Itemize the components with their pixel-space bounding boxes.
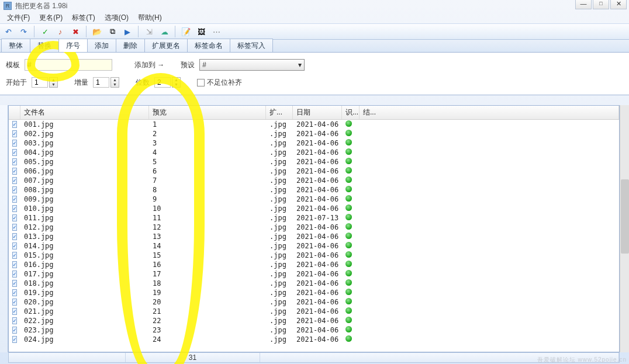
inc-input[interactable] xyxy=(93,77,109,88)
scrollbar-thumb[interactable] xyxy=(621,179,629,254)
header-filename[interactable]: 文件名 xyxy=(20,106,149,119)
table-row[interactable]: ✓013.jpg13.jpg2021-04-06 xyxy=(9,232,619,241)
row-check[interactable]: ✓ xyxy=(9,336,20,343)
table-row[interactable]: ✓004.jpg4.jpg2021-04-06 xyxy=(9,148,619,157)
table-row[interactable]: ✓018.jpg18.jpg2021-04-06 xyxy=(9,279,619,288)
check-icon[interactable]: ✓ xyxy=(39,26,51,37)
start-stepper[interactable]: ▲▼ xyxy=(49,77,58,88)
vertical-scrollbar[interactable] xyxy=(620,105,629,352)
table-row[interactable]: ✓024.jpg24.jpg2021-04-06 xyxy=(9,335,619,344)
play-icon[interactable]: ▶ xyxy=(122,26,133,37)
table-row[interactable]: ✓003.jpg3.jpg2021-04-06 xyxy=(9,138,619,148)
check-icon: ✓ xyxy=(12,327,17,334)
row-check[interactable]: ✓ xyxy=(9,224,20,231)
header-ext[interactable]: 扩... xyxy=(266,106,293,119)
notes-icon[interactable]: 📝 xyxy=(180,26,192,37)
table-row[interactable]: ✓001.jpg1.jpg2021-04-06 xyxy=(9,120,619,129)
menu-options[interactable]: 选项(O) xyxy=(100,12,133,24)
menu-help[interactable]: 帮助(H) xyxy=(133,12,167,24)
table-row[interactable]: ✓010.jpg10.jpg2021-04-06 xyxy=(9,204,619,213)
table-row[interactable]: ✓009.jpg9.jpg2021-04-06 xyxy=(9,195,619,204)
tab-add[interactable]: 添加 xyxy=(87,39,116,52)
row-check[interactable]: ✓ xyxy=(9,168,20,175)
x-icon[interactable]: ✖ xyxy=(70,26,81,37)
table-row[interactable]: ✓002.jpg2.jpg2021-04-06 xyxy=(9,129,619,138)
table-row[interactable]: ✓017.jpg17.jpg2021-04-06 xyxy=(9,269,619,279)
menu-file[interactable]: 文件(F) xyxy=(2,12,34,24)
tab-extension[interactable]: 扩展更名 xyxy=(144,39,188,52)
tab-sequence[interactable]: 序号 xyxy=(58,39,88,52)
start-input[interactable] xyxy=(32,77,48,88)
digits-input[interactable] xyxy=(154,77,171,88)
row-check[interactable]: ✓ xyxy=(9,289,20,296)
header-recognize[interactable]: 识... xyxy=(342,106,360,119)
row-ext: .jpg xyxy=(266,307,293,316)
row-check[interactable]: ✓ xyxy=(9,196,20,203)
row-check[interactable]: ✓ xyxy=(9,233,20,240)
row-check[interactable]: ✓ xyxy=(9,121,20,128)
image-icon[interactable]: 🖼 xyxy=(195,26,207,37)
open-icon[interactable]: 📂 xyxy=(91,26,103,37)
header-check[interactable] xyxy=(9,106,20,119)
table-row[interactable]: ✓023.jpg23.jpg2021-04-06 xyxy=(9,325,619,335)
row-check[interactable]: ✓ xyxy=(9,271,20,278)
row-check[interactable]: ✓ xyxy=(9,317,20,324)
table-row[interactable]: ✓007.jpg7.jpg2021-04-06 xyxy=(9,176,619,185)
header-result[interactable]: 结... xyxy=(360,106,619,119)
row-check[interactable]: ✓ xyxy=(9,308,20,315)
ext-icon[interactable]: ⇲ xyxy=(143,26,155,37)
row-check[interactable]: ✓ xyxy=(9,186,20,193)
redo-icon[interactable]: ↷ xyxy=(18,26,29,37)
table-row[interactable]: ✓022.jpg22.jpg2021-04-06 xyxy=(9,316,619,325)
table-row[interactable]: ✓011.jpg11.jpg2021-07-13 xyxy=(9,213,619,223)
minimize-button[interactable]: — xyxy=(575,0,592,9)
row-check[interactable]: ✓ xyxy=(9,130,20,137)
table-row[interactable]: ✓005.jpg5.jpg2021-04-06 xyxy=(9,157,619,167)
inc-stepper[interactable]: ▲▼ xyxy=(110,77,119,88)
row-check[interactable]: ✓ xyxy=(9,140,20,147)
toolbar: ↶ ↷ ✓ ♪ ✖ 📂 ⧉ ▶ ⇲ ☁ 📝 🖼 ⋯ xyxy=(0,23,629,40)
tab-whole[interactable]: 整体 xyxy=(1,39,30,52)
header-preview[interactable]: 预览 xyxy=(149,106,266,119)
table-row[interactable]: ✓012.jpg12.jpg2021-04-06 xyxy=(9,223,619,232)
row-status xyxy=(342,167,360,175)
menu-rename[interactable]: 更名(P) xyxy=(34,12,67,24)
row-check[interactable]: ✓ xyxy=(9,327,20,334)
template-input[interactable] xyxy=(25,59,112,71)
note-icon[interactable]: ♪ xyxy=(54,26,66,37)
table-row[interactable]: ✓008.jpg8.jpg2021-04-06 xyxy=(9,185,619,195)
close-button[interactable]: ✕ xyxy=(610,0,627,9)
row-check[interactable]: ✓ xyxy=(9,214,20,221)
row-check[interactable]: ✓ xyxy=(9,299,20,306)
row-check[interactable]: ✓ xyxy=(9,149,20,156)
pad-checkbox[interactable]: 不足位补齐 xyxy=(197,78,242,88)
tab-delete[interactable]: 删除 xyxy=(116,39,145,52)
digits-stepper[interactable]: ▲▼ xyxy=(172,77,181,88)
header-date[interactable]: 日期 xyxy=(293,106,342,119)
row-check[interactable]: ✓ xyxy=(9,177,20,184)
table-row[interactable]: ✓015.jpg15.jpg2021-04-06 xyxy=(9,251,619,260)
row-preview: 22 xyxy=(149,317,266,325)
cloud-icon[interactable]: ☁ xyxy=(158,26,170,37)
maximize-button[interactable]: □ xyxy=(593,0,609,9)
preset-combo[interactable]: # ▾ xyxy=(199,59,305,71)
table-row[interactable]: ✓019.jpg19.jpg2021-04-06 xyxy=(9,288,619,297)
save-icon[interactable]: ⧉ xyxy=(106,26,118,37)
table-row[interactable]: ✓006.jpg6.jpg2021-04-06 xyxy=(9,167,619,176)
row-check[interactable]: ✓ xyxy=(9,158,20,165)
table-row[interactable]: ✓021.jpg21.jpg2021-04-06 xyxy=(9,307,619,316)
tab-tagname[interactable]: 标签命名 xyxy=(187,39,230,52)
menu-tag[interactable]: 标签(T) xyxy=(67,12,99,24)
table-row[interactable]: ✓016.jpg16.jpg2021-04-06 xyxy=(9,260,619,269)
undo-icon[interactable]: ↶ xyxy=(2,26,14,37)
table-row[interactable]: ✓014.jpg14.jpg2021-04-06 xyxy=(9,241,619,251)
row-check[interactable]: ✓ xyxy=(9,242,20,249)
row-check[interactable]: ✓ xyxy=(9,205,20,212)
row-check[interactable]: ✓ xyxy=(9,252,20,259)
more-icon[interactable]: ⋯ xyxy=(210,26,222,37)
tab-replace[interactable]: 替换 xyxy=(30,39,59,52)
row-check[interactable]: ✓ xyxy=(9,261,20,268)
table-row[interactable]: ✓020.jpg20.jpg2021-04-06 xyxy=(9,297,619,307)
row-check[interactable]: ✓ xyxy=(9,280,20,287)
tab-tagwrite[interactable]: 标签写入 xyxy=(230,39,273,52)
